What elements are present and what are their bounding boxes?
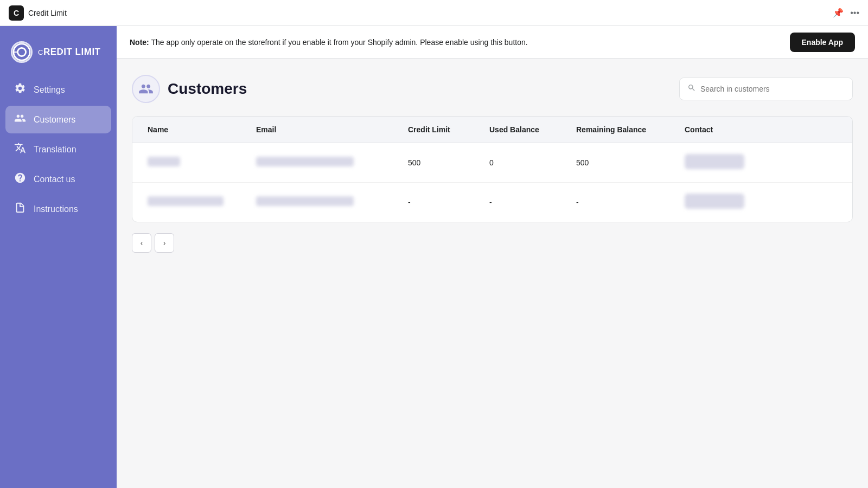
page-header: Customers — [132, 75, 853, 103]
page-icon — [132, 75, 160, 103]
cell-credit-limit-1: 500 — [401, 147, 483, 178]
pagination-prev[interactable]: ‹ — [132, 233, 151, 253]
cell-credit-limit-2: - — [401, 187, 483, 217]
cell-remaining-balance-1: 500 — [570, 147, 678, 178]
cell-contact-1 — [678, 143, 844, 182]
blurred-name-1 — [148, 157, 180, 166]
cell-email-2 — [250, 185, 401, 219]
sidebar-logo: CREDIT LIMIT — [0, 26, 117, 76]
notice-text: Note: The app only operate on the storef… — [130, 38, 528, 47]
page-area: Customers Name Email Credit Limit Used B… — [117, 59, 868, 488]
sidebar-label-contact: Contact us — [34, 175, 75, 184]
blurred-contact-btn-2 — [685, 194, 744, 209]
sidebar-label-translation: Translation — [34, 145, 76, 155]
sidebar-item-instructions[interactable]: Instructions — [5, 195, 111, 223]
contact-icon — [14, 172, 26, 187]
sidebar-label-customers: Customers — [34, 115, 75, 125]
sidebar-label-instructions: Instructions — [34, 204, 78, 214]
main-content: Note: The app only operate on the storef… — [117, 26, 868, 488]
settings-icon — [14, 82, 26, 97]
cell-contact-2 — [678, 183, 844, 222]
blurred-email-1 — [256, 157, 354, 166]
app-icon: C — [9, 5, 24, 21]
table-header: Name Email Credit Limit Used Balance Rem… — [132, 117, 852, 143]
more-options-icon[interactable]: ••• — [850, 8, 859, 18]
blurred-name-2 — [148, 196, 224, 206]
topbar-actions: 📌 ••• — [833, 8, 859, 18]
cell-used-balance-2: - — [483, 187, 570, 217]
sidebar-item-contact[interactable]: Contact us — [5, 165, 111, 193]
pin-icon[interactable]: 📌 — [833, 8, 844, 18]
cell-email-1 — [250, 146, 401, 179]
col-header-email: Email — [250, 117, 401, 143]
col-header-credit-limit: Credit Limit — [401, 117, 483, 143]
blurred-contact-btn-1 — [685, 154, 744, 169]
sidebar-item-customers[interactable]: Customers — [5, 106, 111, 133]
search-icon — [687, 84, 696, 94]
search-input[interactable] — [700, 85, 845, 93]
page-header-left: Customers — [132, 75, 247, 103]
instructions-icon — [14, 202, 26, 216]
table-row: 500 0 500 — [132, 143, 852, 183]
col-header-remaining-balance: Remaining Balance — [570, 117, 678, 143]
logo-text: CREDIT LIMIT — [38, 47, 101, 57]
cell-remaining-balance-2: - — [570, 187, 678, 217]
table-row: - - - — [132, 183, 852, 222]
pagination-next[interactable]: › — [155, 233, 174, 253]
blurred-email-2 — [256, 196, 354, 206]
notice-bar: Note: The app only operate on the storef… — [117, 26, 868, 59]
col-header-name: Name — [141, 117, 250, 143]
col-header-contact: Contact — [678, 117, 844, 143]
cell-name-2 — [141, 185, 250, 219]
sidebar-item-translation[interactable]: Translation — [5, 136, 111, 163]
translation-icon — [14, 142, 26, 157]
sidebar-label-settings: Settings — [34, 85, 65, 95]
sidebar-nav: Settings Customers Translation — [0, 76, 117, 223]
app-layout: CREDIT LIMIT Settings Customers — [0, 26, 868, 488]
topbar: C Credit Limit 📌 ••• — [0, 0, 868, 26]
customers-table: Name Email Credit Limit Used Balance Rem… — [132, 116, 853, 222]
svg-point-1 — [17, 48, 25, 56]
sidebar: CREDIT LIMIT Settings Customers — [0, 26, 117, 488]
col-header-used-balance: Used Balance — [483, 117, 570, 143]
customers-icon — [14, 112, 26, 127]
page-title: Customers — [168, 80, 247, 98]
enable-app-button[interactable]: Enable App — [790, 33, 856, 52]
cell-name-1 — [141, 146, 250, 179]
search-box[interactable] — [679, 78, 853, 100]
cell-used-balance-1: 0 — [483, 147, 570, 178]
logo-icon — [11, 41, 33, 63]
pagination: ‹ › — [132, 233, 853, 253]
sidebar-item-settings[interactable]: Settings — [5, 76, 111, 104]
topbar-title: Credit Limit — [28, 9, 67, 17]
